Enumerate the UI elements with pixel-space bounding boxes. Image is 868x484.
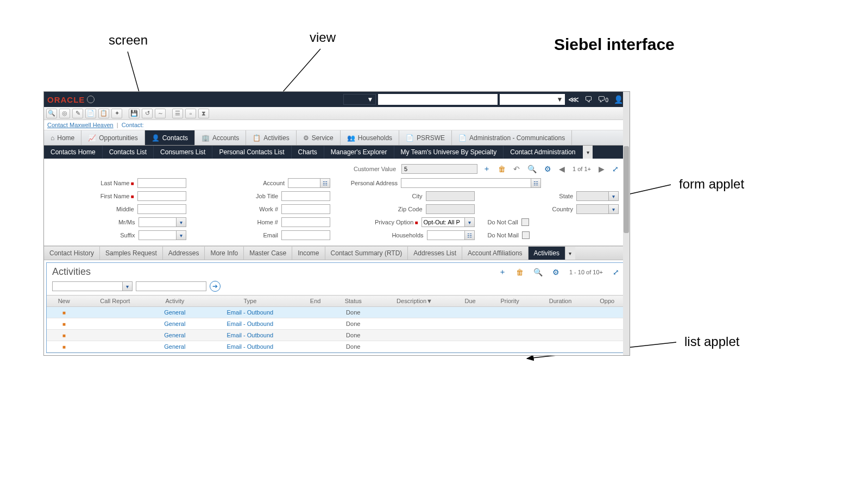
view-tab-contact-administration[interactable]: Contact Administration	[503, 146, 582, 159]
donotcall-checkbox[interactable]	[521, 218, 529, 226]
mrms-dropdown-icon[interactable]: ▾	[177, 217, 186, 227]
target-icon[interactable]: ◎	[59, 109, 70, 118]
wand-icon[interactable]: ✦	[111, 109, 122, 118]
list-settings-icon[interactable]: ⚙	[550, 268, 562, 276]
mrms-input[interactable]	[139, 217, 177, 227]
personal-address-input[interactable]	[401, 178, 531, 188]
child-tab-income[interactable]: Income	[292, 247, 325, 260]
screen-tab-service[interactable]: ⚙Service	[297, 130, 341, 145]
activity-link[interactable]: General	[164, 320, 185, 327]
undo-icon[interactable]: ↶	[511, 165, 522, 173]
screen-tab-activities[interactable]: 📋Activities	[246, 130, 296, 145]
view-tabs-more-icon[interactable]: ▾	[583, 146, 593, 159]
column-header[interactable]: End	[299, 296, 331, 307]
settings-icon[interactable]: ⚙	[542, 165, 553, 173]
column-header[interactable]: Oppo	[587, 296, 627, 307]
column-header[interactable]: Status	[331, 296, 375, 307]
privacy-dropdown-icon[interactable]: ▾	[465, 217, 475, 227]
suffix-dropdown-icon[interactable]: ▾	[177, 230, 186, 240]
middle-input[interactable]	[137, 204, 186, 214]
state-dropdown-icon[interactable]: ▾	[609, 191, 619, 201]
header-dropdown-left[interactable]: ▼	[343, 94, 376, 105]
donotmail-checkbox[interactable]	[522, 231, 530, 239]
type-link[interactable]: Email - Outbound	[227, 332, 274, 338]
child-tabs-more-icon[interactable]: ▾	[565, 247, 575, 260]
child-tab-more-info[interactable]: More Info	[205, 247, 244, 260]
type-link[interactable]: Email - Outbound	[227, 320, 274, 327]
table-row[interactable]: ■GeneralEmail - OutboundDone	[47, 341, 627, 353]
work-input[interactable]	[281, 204, 330, 214]
column-header[interactable]: Due	[454, 296, 487, 307]
list-expand-icon[interactable]: ⤢	[611, 268, 621, 276]
screen-tab-accounts[interactable]: 🏢Accounts	[195, 130, 246, 145]
child-tab-contact-history[interactable]: Contact History	[44, 247, 100, 260]
view-tab-consumers-list[interactable]: Consumers List	[153, 146, 212, 159]
zip-input[interactable]	[426, 204, 475, 214]
view-tab-manager-s-explorer[interactable]: Manager's Explorer	[324, 146, 394, 159]
page-icon[interactable]: ▫	[185, 109, 196, 118]
households-picker-icon[interactable]: ☷	[465, 230, 475, 240]
scrollbar[interactable]	[623, 92, 630, 355]
prev-record-icon[interactable]: ◀	[557, 165, 567, 173]
email-input[interactable]	[281, 230, 330, 240]
column-header[interactable]: Priority	[487, 296, 533, 307]
table-row[interactable]: ■GeneralEmail - OutboundDone	[47, 330, 627, 341]
state-input[interactable]	[576, 191, 609, 201]
doc-icon[interactable]: 📄	[85, 109, 96, 118]
filter-value-input[interactable]	[136, 281, 206, 291]
chat-icon[interactable]: 🗨	[584, 95, 592, 104]
activity-link[interactable]: General	[164, 332, 185, 338]
column-header[interactable]: Description▼	[375, 296, 454, 307]
history-icon[interactable]: ↺	[142, 109, 153, 118]
screen-tab-administration-communications[interactable]: 📄Administration - Communications	[452, 130, 572, 145]
user-icon[interactable]: 👤	[614, 95, 623, 104]
view-tab-contacts-list[interactable]: Contacts List	[102, 146, 153, 159]
job-title-input[interactable]	[281, 191, 330, 201]
table-row[interactable]: ■GeneralEmail - OutboundDone	[47, 307, 627, 318]
curve-icon[interactable]: ～	[155, 109, 166, 118]
filter-go-icon[interactable]: ➔	[210, 281, 221, 292]
child-tab-samples-request[interactable]: Samples Request	[100, 247, 163, 260]
account-input[interactable]	[288, 178, 320, 188]
list-delete-icon[interactable]: 🗑	[514, 268, 526, 276]
scrollbar-thumb[interactable]	[624, 146, 629, 233]
suffix-input[interactable]	[139, 230, 177, 240]
child-tab-addresses[interactable]: Addresses	[163, 247, 205, 260]
customer-value-input[interactable]	[401, 164, 477, 174]
filter-field-dropdown-icon[interactable]: ▾	[123, 281, 133, 291]
share-icon[interactable]: ⋘	[568, 95, 579, 104]
child-tab-master-case[interactable]: Master Case	[244, 247, 292, 260]
save-icon[interactable]: 💾	[129, 109, 140, 118]
type-link[interactable]: Email - Outbound	[227, 343, 274, 350]
copy-icon[interactable]: 📋	[98, 109, 109, 118]
column-header[interactable]: Call Report	[81, 296, 149, 307]
list-icon[interactable]: ☰	[172, 109, 183, 118]
type-link[interactable]: Email - Outbound	[227, 309, 274, 316]
edit-icon[interactable]: ✎	[72, 109, 83, 118]
households-input[interactable]	[427, 230, 465, 240]
screen-tab-opportunities[interactable]: 📈Opportunities	[81, 130, 144, 145]
filter-field-dropdown[interactable]	[52, 281, 123, 291]
chart-icon[interactable]: ⧗	[198, 109, 209, 118]
table-row[interactable]: ■GeneralEmail - OutboundDone	[47, 318, 627, 330]
list-new-icon[interactable]: ＋	[496, 267, 508, 277]
child-tab-contact-summary-rtd-[interactable]: Contact Summary (RTD)	[325, 247, 408, 260]
view-tab-my-team-s-universe-by-specialty[interactable]: My Team's Universe By Specialty	[394, 146, 504, 159]
header-search-input[interactable]	[378, 94, 498, 105]
breadcrumb-link-2[interactable]: Contact:	[122, 122, 144, 128]
privacy-input[interactable]	[422, 217, 465, 227]
screen-tab-contacts[interactable]: 👤Contacts	[145, 130, 195, 145]
activity-link[interactable]: General	[164, 343, 185, 350]
column-header[interactable]: New	[47, 296, 81, 307]
breadcrumb-link-1[interactable]: Contact Maxwell Heaven	[47, 122, 114, 128]
home-input[interactable]	[281, 217, 330, 227]
screen-tab-home[interactable]: ⌂Home	[44, 130, 81, 145]
column-header[interactable]: Type	[200, 296, 299, 307]
view-tab-personal-contacts-list[interactable]: Personal Contacts List	[212, 146, 291, 159]
address-picker-icon[interactable]: ☷	[531, 178, 541, 188]
screen-tab-households[interactable]: 👥Households	[341, 130, 399, 145]
delete-record-icon[interactable]: 🗑	[496, 165, 508, 173]
header-dropdown-right[interactable]: ▼	[500, 94, 565, 105]
city-input[interactable]	[426, 191, 475, 201]
query-icon[interactable]: 🔍	[525, 165, 539, 173]
